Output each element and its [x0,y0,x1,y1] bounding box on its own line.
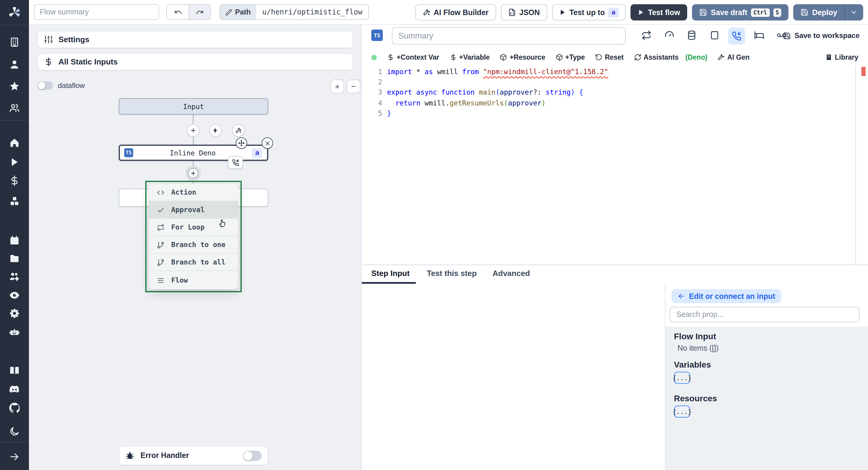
add-step-button[interactable] [187,124,199,137]
workspace-icon[interactable] [9,37,20,48]
label: +Context Var [397,54,439,61]
settings-row[interactable]: Settings [37,31,353,48]
star-icon[interactable] [9,81,20,92]
github-icon[interactable] [9,403,20,413]
trigger-button[interactable] [209,124,222,137]
sleep-bed-button[interactable] [754,30,764,40]
all-static-inputs-label: All Static Inputs [59,57,118,66]
add-context-var-button[interactable]: +Context Var [387,54,439,61]
dark-mode-moon-icon[interactable] [9,426,20,437]
expand-sidebar-icon[interactable] [9,451,20,462]
delete-node-button[interactable] [261,137,273,149]
assistants-button[interactable]: Assistants (Deno) [634,54,707,61]
lsp-status-dot [371,55,377,60]
save-icon [699,8,707,16]
concurrency-button[interactable] [710,30,720,40]
add-variable-button[interactable]: +Variable [450,54,490,61]
kbd-s: S [773,8,781,17]
dataflow-label: dataflow [58,81,85,90]
save-to-workspace-button[interactable]: Save to workspace [783,31,860,40]
resources-chip[interactable]: {...} [674,406,690,417]
folders-icon[interactable] [9,253,20,264]
audit-eye-icon[interactable] [9,290,20,301]
code-editor[interactable]: 12345 import * as wmill from "npm:windmi… [362,66,868,265]
step-editor-panel: TS Save to workspace +Context Var +Varia… [362,25,868,470]
plus-icon [190,127,196,134]
settings-gear-icon[interactable] [9,308,20,319]
flow-input-title: Flow Input [674,332,716,341]
home-icon[interactable] [9,137,20,148]
label: Library [835,54,858,61]
user-icon[interactable] [9,59,20,70]
test-up-to-button[interactable]: Test up to a [552,4,626,21]
menu-item-action[interactable]: Action [149,184,238,201]
variables-chip[interactable]: {...} [674,372,690,384]
step-input-pane: approver string ${} f [362,284,665,470]
zoom-out-button[interactable]: − [347,80,361,93]
kbd-ctrl: Ctrl [751,8,770,17]
retries-button[interactable] [641,30,652,40]
suspend-approval-button[interactable] [728,28,745,44]
plus-icon [190,170,196,177]
ai-gen-button[interactable]: AI Gen [718,54,749,61]
cache-database-button[interactable] [687,30,697,40]
ai-suggest-button[interactable] [232,124,245,137]
menu-item-branch-to-all[interactable]: Branch to all [149,254,238,272]
path-edit-button[interactable]: Path [220,5,256,19]
menu-item-branch-to-one[interactable]: Branch to one [149,237,238,254]
step-summary-input[interactable] [392,27,626,44]
runs-icon[interactable] [9,157,20,167]
edit-or-connect-button[interactable]: Edit or connect an input [672,289,781,303]
tab-step-input[interactable]: Step Input [371,269,410,278]
tab-test-this-step[interactable]: Test this step [427,269,477,278]
workers-icon[interactable] [9,271,20,282]
input-node[interactable]: Input [119,98,268,115]
save-draft-button[interactable]: Save draft Ctrl S [692,4,788,21]
path-control[interactable]: Path u/henri/optimistic_flow [219,4,369,20]
discord-icon[interactable] [9,384,20,395]
inline-deno-node[interactable]: TS Inline Deno a [119,145,268,161]
windmill-logo-icon[interactable] [7,5,22,20]
sidebar-divider [0,442,29,442]
zoom-in-button[interactable]: + [330,80,344,93]
add-type-button[interactable]: +Type [555,54,585,61]
save-icon [801,8,809,16]
code-lines[interactable]: import * as wmill from "npm:windmill-cli… [387,67,608,119]
top-toolbar: Path u/henri/optimistic_flow AI Flow Bui… [29,0,868,25]
dataflow-toggle[interactable] [37,81,53,90]
typescript-badge: TS [371,30,383,41]
flow-summary-input[interactable] [34,4,159,20]
robot-icon[interactable] [9,326,20,338]
groups-icon[interactable] [9,102,20,113]
ai-flow-builder-button[interactable]: AI Flow Builder [415,4,496,21]
add-resource-button[interactable]: +Resource [500,54,545,61]
reset-button[interactable]: Reset [595,54,624,61]
insert-step-button[interactable] [186,166,201,181]
json-button[interactable]: JSON [501,4,547,21]
docs-book-icon[interactable] [9,365,20,376]
resources-icon[interactable] [9,196,20,207]
json-label: JSON [519,8,540,17]
path-value[interactable]: u/henri/optimistic_flow [256,5,368,19]
redo-button[interactable] [189,5,210,19]
dollar-icon [44,57,53,66]
schedules-icon[interactable] [9,235,20,246]
all-static-inputs-row[interactable]: All Static Inputs [37,53,353,70]
suspend-phone-badge[interactable] [228,156,243,169]
menu-item-approval[interactable]: Approval [149,201,238,219]
move-node-button[interactable] [236,137,247,149]
insert-menu-frame: Action Approval For Loop Branch to one B… [145,181,242,292]
chevron-down-icon[interactable] [850,8,858,16]
menu-item-flow[interactable]: Flow [149,272,238,289]
deploy-button[interactable]: Deploy [794,4,863,21]
undo-button[interactable] [167,5,189,19]
pencil-icon [225,9,232,15]
search-prop-input[interactable] [670,307,860,322]
library-button[interactable]: Library [825,54,858,61]
error-handler-toggle[interactable] [243,450,261,461]
tab-advanced[interactable]: Advanced [493,269,530,278]
variables-icon[interactable] [9,175,20,186]
early-stop-gauge-button[interactable] [664,30,675,40]
error-handler-node[interactable]: Error Handler [119,446,268,465]
test-flow-button[interactable]: Test flow [630,4,687,21]
